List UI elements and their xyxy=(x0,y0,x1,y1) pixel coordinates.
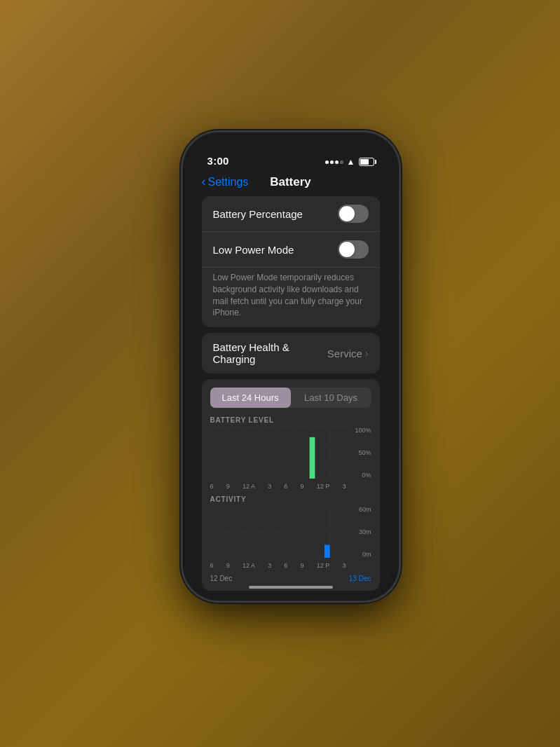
activity-x-labels: 6 9 12 A 3 6 9 12 P 3 xyxy=(210,562,346,569)
battery-health-row[interactable]: Battery Health & Charging Service › xyxy=(202,333,380,374)
chart-tabs: Last 24 Hours Last 10 Days xyxy=(210,388,371,408)
battery-x-3a: 3 xyxy=(268,483,271,490)
battery-x-12p: 12 P xyxy=(317,483,330,490)
activity-y-0m: 0m xyxy=(362,551,371,558)
activity-x-9b: 9 xyxy=(301,562,304,569)
svg-rect-21 xyxy=(324,545,329,558)
toggles-section: Battery Percentage Low Power Mode Low Po… xyxy=(202,196,380,327)
battery-x-3p: 3 xyxy=(342,483,346,490)
activity-x-12a: 12 A xyxy=(243,562,255,569)
activity-y-60m: 60m xyxy=(359,506,371,513)
back-button[interactable]: ‹ Settings xyxy=(202,175,249,189)
low-power-mode-row: Low Power Mode xyxy=(202,232,380,268)
activity-grid xyxy=(210,506,346,558)
activity-x-6b: 6 xyxy=(284,562,287,569)
activity-y-30m: 30m xyxy=(359,528,371,535)
nav-bar: ‹ Settings Battery xyxy=(191,171,391,196)
wifi-icon: ▲ xyxy=(347,157,355,167)
battery-x-9b: 9 xyxy=(301,483,304,490)
phone-screen: 3:00 ▲ ‹ Set xyxy=(191,140,391,593)
battery-health-section: Battery Health & Charging Service › xyxy=(202,333,380,374)
activity-x-3a: 3 xyxy=(268,562,271,569)
toggle-knob xyxy=(339,206,355,221)
battery-level-chart-label: BATTERY LEVEL xyxy=(210,416,371,424)
svg-rect-10 xyxy=(309,437,315,479)
battery-percentage-row: Battery Percentage xyxy=(202,196,380,232)
toggle-knob-2 xyxy=(339,242,355,257)
activity-x-9a: 9 xyxy=(226,562,230,569)
battery-y-label-100: 100% xyxy=(355,427,371,434)
chevron-right-icon: › xyxy=(365,348,369,359)
date-labels: 12 Dec 13 Dec xyxy=(210,575,371,582)
back-chevron-icon: ‹ xyxy=(202,174,206,189)
status-icons: ▲ xyxy=(325,157,374,167)
battery-y-labels: 100% 50% 0% xyxy=(355,427,371,479)
activity-x-3p: 3 xyxy=(342,562,346,569)
battery-grid xyxy=(210,427,346,479)
signal-icon xyxy=(325,160,343,164)
home-indicator[interactable] xyxy=(249,586,333,589)
activity-chart-label: ACTIVITY xyxy=(210,495,371,503)
battery-health-value: Service xyxy=(327,348,362,359)
battery-x-labels: 6 9 12 A 3 6 9 12 P 3 xyxy=(210,483,346,490)
battery-x-6b: 6 xyxy=(284,483,287,490)
battery-percentage-label: Battery Percentage xyxy=(213,208,303,220)
low-power-description: Low Power Mode temporarily reduces backg… xyxy=(202,268,380,327)
activity-y-labels: 60m 30m 0m xyxy=(359,506,371,558)
date-label-13dec: 13 Dec xyxy=(349,575,371,582)
status-time: 3:00 xyxy=(207,155,229,167)
battery-x-9a: 9 xyxy=(226,483,230,490)
battery-health-label: Battery Health & Charging xyxy=(213,341,327,365)
settings-content: Battery Percentage Low Power Mode Low Po… xyxy=(191,196,391,593)
battery-health-value-group: Service › xyxy=(327,348,369,359)
low-power-mode-label: Low Power Mode xyxy=(213,244,294,256)
phone-wrapper: 3:00 ▲ ‹ Set xyxy=(182,132,399,601)
date-label-12dec: 12 Dec xyxy=(210,575,233,582)
battery-icon xyxy=(359,158,374,166)
back-label: Settings xyxy=(208,176,249,189)
activity-chart: 60m 30m 0m 6 9 12 A 3 6 9 12 P 3 xyxy=(210,506,371,569)
page-title: Battery xyxy=(270,175,311,189)
tab-last-24-hours[interactable]: Last 24 Hours xyxy=(210,388,291,408)
battery-x-12a: 12 A xyxy=(243,483,255,490)
battery-level-chart: 100% 50% 0% 6 9 12 A 3 6 9 12 P 3 xyxy=(210,427,371,490)
activity-x-6a: 6 xyxy=(210,562,214,569)
low-power-mode-toggle[interactable] xyxy=(338,240,369,259)
battery-x-6a: 6 xyxy=(210,483,214,490)
notch xyxy=(245,140,336,160)
activity-x-12p: 12 P xyxy=(317,562,330,569)
battery-percentage-toggle[interactable] xyxy=(338,205,369,223)
battery-y-label-0: 0% xyxy=(362,472,371,479)
charts-section: Last 24 Hours Last 10 Days BATTERY LEVEL xyxy=(202,379,380,591)
battery-y-label-50: 50% xyxy=(358,449,371,456)
tab-last-10-days[interactable]: Last 10 Days xyxy=(291,388,371,408)
phone-body: 3:00 ▲ ‹ Set xyxy=(182,132,399,601)
